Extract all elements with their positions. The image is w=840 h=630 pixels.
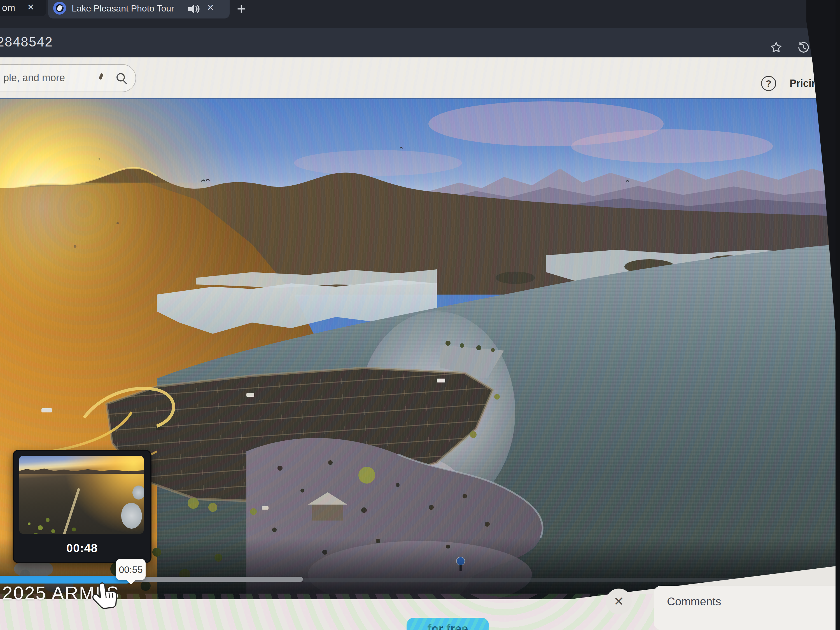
seek-preview-image [19, 456, 144, 534]
seek-bar-buffered[interactable] [128, 577, 303, 582]
site-header: ? Pricing [0, 57, 840, 98]
seek-time-tooltip: 00:55 [116, 559, 145, 580]
tab-previous-close-icon[interactable]: ✕ [27, 2, 34, 12]
search-text-field[interactable] [3, 65, 99, 91]
bookmark-star-icon[interactable] [770, 41, 782, 54]
tab-previous-label: om [2, 2, 15, 13]
search-icon[interactable] [115, 72, 128, 84]
cta-label: for free [407, 622, 489, 630]
search-input[interactable] [0, 64, 136, 92]
comments-close-button[interactable]: ✕ [606, 589, 632, 614]
tab-active-lake-pleasant[interactable]: Lake Pleasant Photo Tour ✕ [48, 0, 230, 19]
preview-timestamp: 00:48 [14, 542, 150, 555]
preview-mountain-ridge [19, 467, 144, 474]
cursor-pointer-hand-icon [92, 581, 119, 609]
preview-trees [28, 523, 30, 525]
new-tab-button[interactable]: + [237, 0, 246, 17]
comments-panel [654, 586, 840, 630]
preview-pond [121, 503, 142, 529]
comments-panel-title: Comments [667, 595, 721, 608]
monitor-bezel-edge [835, 0, 840, 630]
address-bar-url[interactable]: 2848542 [0, 34, 53, 50]
tab-close-icon[interactable]: ✕ [207, 2, 214, 13]
tab-audio-speaker-icon[interactable] [188, 3, 200, 14]
browser-toolbar: 2848542 [0, 28, 840, 57]
seek-preview-thumbnail: 00:48 [13, 450, 152, 564]
tab-title: Lake Pleasant Photo Tour [72, 3, 184, 14]
preview-road [60, 488, 80, 534]
history-icon[interactable] [797, 41, 810, 54]
site-favicon-icon [53, 2, 66, 14]
preview-pond-small [133, 486, 144, 499]
tab-previous[interactable]: om ✕ [0, 0, 46, 16]
browser-tab-bar: om ✕ Lake Pleasant Photo Tour ✕ + [0, 0, 840, 28]
cta-for-free-button[interactable]: for free [407, 618, 489, 630]
help-button[interactable]: ? [761, 76, 776, 91]
